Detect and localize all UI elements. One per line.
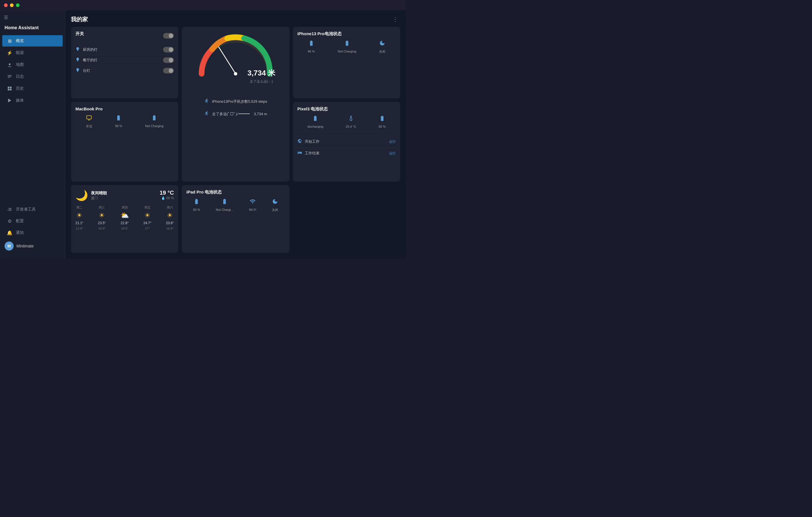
- sidebar-item-label: 通知: [16, 230, 24, 235]
- pixel3-item-percent: 60 %: [378, 115, 385, 128]
- sidebar-item-logs[interactable]: 日志: [2, 71, 63, 82]
- moon-icon: [379, 40, 385, 48]
- sun-icon-1: ☀: [76, 211, 83, 219]
- sidebar-item-settings[interactable]: ⚙ 配置: [2, 215, 63, 227]
- titlebar: [0, 0, 406, 10]
- ipad-label-4: 关闭: [272, 208, 278, 212]
- sidebar-item-overview[interactable]: ⊞ 概览: [2, 35, 63, 47]
- steps-value-2: 3,734 m: [254, 112, 267, 116]
- svg-rect-11: [78, 51, 78, 51]
- sidebar-nav: ⊞ 概览 ⚡ 能源 地图 日志: [0, 35, 65, 201]
- sidebar-item-label: 历史: [16, 86, 24, 91]
- sun-icon-5: ☀: [167, 211, 173, 219]
- svg-rect-5: [8, 86, 9, 88]
- main-switch-toggle[interactable]: [163, 33, 174, 38]
- battery-item-charging: Not Charging: [338, 40, 356, 54]
- gauge-subtitle: 走了这么远(·-·;): [248, 79, 275, 84]
- automation-section: 开始工作 运行 工作结束 运行: [297, 132, 396, 159]
- page-title: 我的家: [71, 16, 88, 23]
- macbook-item-charging: Not Charging: [145, 115, 164, 129]
- svg-rect-7: [8, 89, 9, 90]
- user-item[interactable]: M Mintimate: [0, 239, 65, 253]
- battery-label-2: Not Charging: [338, 50, 356, 53]
- macbook-card: MacBook Pro 开启 99 %: [71, 102, 178, 182]
- iphone-battery-items: 96 % Not Charging 关闭: [297, 40, 396, 54]
- svg-marker-9: [8, 99, 11, 103]
- display-icon: [86, 115, 92, 123]
- globe-icon: [297, 139, 302, 144]
- sun-icon-4: ☀: [144, 211, 150, 219]
- distance-icon: [204, 111, 209, 117]
- weather-temperature: 19 °C: [160, 190, 174, 196]
- settings-icon: ⚙: [7, 218, 12, 224]
- overview-icon: ⊞: [7, 38, 12, 44]
- svg-rect-3: [8, 76, 11, 77]
- auto-run-1[interactable]: 运行: [389, 139, 396, 144]
- sidebar-item-label: 媒体: [16, 98, 24, 103]
- auto-label-1: 开始工作: [305, 139, 320, 144]
- pixel3-battery-card: Pixel3 电池状态 discharging 25.4 °C: [293, 102, 400, 182]
- svg-rect-13: [78, 61, 78, 61]
- ipad-item-4: 关闭: [272, 198, 278, 212]
- steps-value-1: 5,529 steps: [248, 99, 267, 104]
- weather-description: 夜间晴朗: [91, 191, 107, 196]
- svg-rect-2: [8, 75, 11, 76]
- auto-run-2[interactable]: 运行: [389, 151, 396, 156]
- gauge-value: 3,734 米: [248, 68, 275, 78]
- bed-icon: [297, 151, 302, 156]
- sidebar-item-notifications[interactable]: 🔔 通知: [2, 227, 63, 238]
- forecast-day-5: 周六 ☀ 23.8° 16.9°: [166, 206, 174, 230]
- switch-label-dining: 餐厅的灯: [83, 58, 97, 63]
- steps-row-2: 走了多远(ﾟ□ﾟ)ﾉ━━━ 3,734 m: [204, 108, 267, 120]
- hamburger-button[interactable]: ☰: [0, 13, 65, 22]
- sun-icon-2: ☀: [99, 211, 105, 219]
- sidebar-item-label: 日志: [16, 74, 24, 79]
- steps-label-2: 走了多远(ﾟ□ﾟ)ﾉ━━━: [212, 111, 250, 117]
- battery-label-3: 关闭: [379, 50, 385, 54]
- battery-icon-2: [344, 40, 350, 48]
- sidebar-item-media[interactable]: 媒体: [2, 95, 63, 106]
- charging-icon-macbook: [151, 115, 157, 123]
- pixel3-label-1: discharging: [307, 125, 323, 128]
- maximize-button[interactable]: [16, 3, 20, 7]
- ipad-label-2: Not Chargi...: [216, 208, 233, 211]
- ipad-battery-icon-2: [222, 198, 228, 206]
- wifi-icon: [250, 198, 256, 206]
- ipad-item-2: Not Chargi...: [216, 198, 233, 212]
- switch-toggle-kitchen[interactable]: [163, 47, 174, 53]
- ipad-battery-items: 83 % Not Chargi... Wi-Fi: [186, 198, 285, 212]
- forecast-day-4: 周五 ☀ 24.7° 17°: [143, 206, 151, 230]
- switch-toggle-dining[interactable]: [163, 57, 174, 63]
- svg-rect-10: [77, 50, 78, 51]
- gauge-card: 3,734 米 走了这么远(·-·;) iPhone13Pro手机步数 5,5: [182, 27, 289, 182]
- close-button[interactable]: [4, 3, 8, 7]
- ipad-label-1: 83 %: [193, 208, 200, 211]
- weather-card: 🌙 夜间晴朗 厦门 19 °C 💧 68 % 周二 ☀: [71, 185, 178, 253]
- macbook-items: 开启 99 % Not Charging: [76, 115, 174, 129]
- battery-label-1: 96 %: [308, 50, 315, 53]
- svg-point-0: [9, 63, 10, 65]
- pixel3-item-temp: 25.4 °C: [346, 115, 356, 128]
- switch-item-kitchen: 厨房的灯: [76, 45, 174, 55]
- devtools-icon: [7, 207, 12, 212]
- avatar: M: [4, 242, 13, 250]
- minimize-button[interactable]: [10, 3, 13, 7]
- weather-forecast: 周二 ☀ 21.1° 13.8° 周三 ☀ 23.5° 16.9° 周四 ⛅: [76, 206, 174, 230]
- svg-rect-4: [8, 77, 10, 78]
- automation-item-start: 开始工作 运行: [297, 136, 396, 147]
- sidebar-item-energy[interactable]: ⚡ 能源: [2, 47, 63, 58]
- brand-label: Home Assistant: [4, 25, 38, 30]
- sidebar-item-devtools[interactable]: 开发者工具: [2, 204, 63, 215]
- sidebar-item-history[interactable]: 历史: [2, 83, 63, 94]
- steps-section: iPhone13Pro手机步数 5,529 steps 走了多远(ﾟ□ﾟ)ﾉ━━…: [204, 96, 267, 120]
- switch-toggle-desk[interactable]: [163, 68, 174, 74]
- auto-label-2: 工作结束: [305, 151, 320, 156]
- light-icon: [76, 57, 80, 63]
- more-button[interactable]: ⋮: [390, 15, 400, 24]
- switch-header: 开关: [76, 31, 174, 40]
- macbook-title: MacBook Pro: [76, 106, 174, 111]
- macbook-label-3: Not Charging: [145, 124, 164, 128]
- map-icon: [7, 62, 12, 67]
- sidebar-item-label: 地图: [16, 62, 24, 67]
- sidebar-item-map[interactable]: 地图: [2, 59, 63, 71]
